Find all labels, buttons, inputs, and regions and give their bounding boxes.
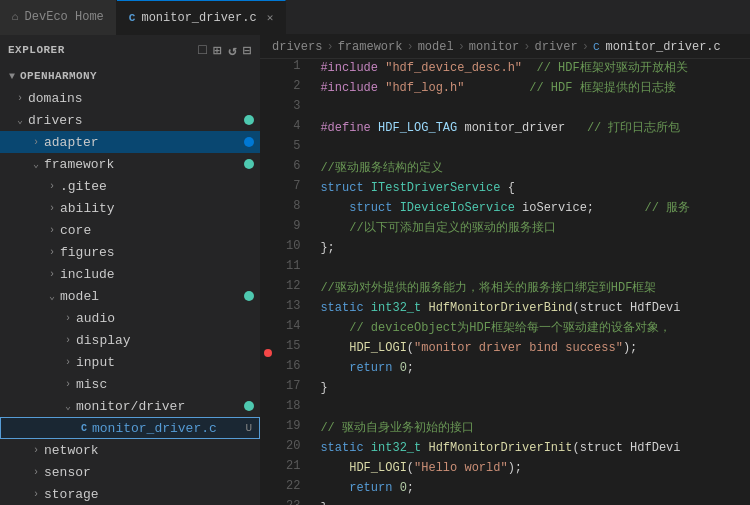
line-code-2: #include "hdf_log.h" // HDF 框架提供的日志接: [312, 79, 750, 99]
tree-item-audio[interactable]: › audio: [0, 307, 260, 329]
tree-item-framework[interactable]: ⌄ framework: [0, 153, 260, 175]
code-line-13: 13static int32_t HdfMonitorDriverBind(st…: [260, 299, 750, 319]
tree-item-network[interactable]: › network: [0, 439, 260, 461]
line-code-23: }: [312, 499, 750, 505]
section-arrow: ▼: [4, 71, 20, 82]
code-table: 1#include "hdf_device_desc.h" // HDF框架对驱…: [260, 59, 750, 505]
line-gutter-13: [260, 299, 278, 319]
tree-item-display[interactable]: › display: [0, 329, 260, 351]
tab-deveco-label: DevEco Home: [25, 10, 104, 24]
u-badge: U: [245, 422, 252, 434]
model-dot: [244, 291, 254, 301]
tree-item-include[interactable]: › include: [0, 263, 260, 285]
tree-item-core[interactable]: › core: [0, 219, 260, 241]
line-number-5: 5: [278, 139, 312, 159]
line-number-18: 18: [278, 399, 312, 419]
tree-item-sensor[interactable]: › sensor: [0, 461, 260, 483]
deveco-icon: ⌂: [12, 11, 19, 23]
tab-close-button[interactable]: ✕: [267, 11, 274, 24]
line-code-7: struct ITestDriverService {: [312, 179, 750, 199]
code-line-22: 22 return 0;: [260, 479, 750, 499]
line-number-10: 10: [278, 239, 312, 259]
code-line-11: 11: [260, 259, 750, 279]
sensor-arrow: ›: [28, 467, 44, 478]
tree-item-storage[interactable]: › storage: [0, 483, 260, 505]
refresh-icon[interactable]: ↺: [228, 42, 237, 59]
collapse-icon[interactable]: ⊟: [243, 42, 252, 59]
line-code-5: [312, 139, 750, 159]
line-code-18: [312, 399, 750, 419]
line-code-8: struct IDeviceIoService ioService; // 服务: [312, 199, 750, 219]
c-file-icon: C: [129, 12, 136, 24]
include-arrow: ›: [44, 269, 60, 280]
tree-item-misc[interactable]: › misc: [0, 373, 260, 395]
tree-item-adapter[interactable]: › adapter: [0, 131, 260, 153]
line-gutter-20: [260, 439, 278, 459]
breadcrumb-drivers: drivers: [272, 40, 322, 54]
framework-dot: [244, 159, 254, 169]
drivers-label: drivers: [28, 113, 244, 128]
figures-label: figures: [60, 245, 260, 260]
line-number-15: 15: [278, 339, 312, 359]
tab-bar: ⌂ DevEco Home C monitor_driver.c ✕: [0, 0, 750, 35]
framework-label: framework: [44, 157, 244, 172]
line-gutter-3: [260, 99, 278, 119]
domains-label: domains: [28, 91, 260, 106]
adapter-label: adapter: [44, 135, 244, 150]
line-code-22: return 0;: [312, 479, 750, 499]
tree-item-input[interactable]: › input: [0, 351, 260, 373]
line-gutter-15: [260, 339, 278, 359]
tree-item-domains[interactable]: › domains: [0, 87, 260, 109]
line-code-12: //驱动对外提供的服务能力，将相关的服务接口绑定到HDF框架: [312, 279, 750, 299]
line-gutter-14: [260, 319, 278, 339]
line-gutter-6: [260, 159, 278, 179]
line-code-10: };: [312, 239, 750, 259]
new-folder-icon[interactable]: ⊞: [213, 42, 222, 59]
sidebar-tree: ▼ OPENHARMONY › domains ⌄ drivers › adap…: [0, 65, 260, 505]
breadcrumb-filename: monitor_driver.c: [606, 40, 721, 54]
line-gutter-11: [260, 259, 278, 279]
line-gutter-1: [260, 59, 278, 79]
line-gutter-10: [260, 239, 278, 259]
ability-arrow: ›: [44, 203, 60, 214]
sidebar: EXPLORER □ ⊞ ↺ ⊟ ▼ OPENHARMONY › domains…: [0, 35, 260, 505]
line-number-6: 6: [278, 159, 312, 179]
line-code-17: }: [312, 379, 750, 399]
openharmony-section[interactable]: ▼ OPENHARMONY: [0, 65, 260, 87]
line-number-23: 23: [278, 499, 312, 505]
tree-item-monitor[interactable]: ⌄ monitor/driver: [0, 395, 260, 417]
figures-arrow: ›: [44, 247, 60, 258]
tree-item-ability[interactable]: › ability: [0, 197, 260, 219]
new-file-icon[interactable]: □: [198, 42, 207, 59]
line-gutter-9: [260, 219, 278, 239]
line-code-16: return 0;: [312, 359, 750, 379]
adapter-dot: [244, 137, 254, 147]
line-number-21: 21: [278, 459, 312, 479]
misc-arrow: ›: [60, 379, 76, 390]
line-code-14: // deviceObject为HDF框架给每一个驱动建的设备对象，: [312, 319, 750, 339]
code-line-17: 17}: [260, 379, 750, 399]
line-gutter-7: [260, 179, 278, 199]
display-arrow: ›: [60, 335, 76, 346]
drivers-dot: [244, 115, 254, 125]
misc-label: misc: [76, 377, 260, 392]
code-line-18: 18: [260, 399, 750, 419]
code-editor[interactable]: 1#include "hdf_device_desc.h" // HDF框架对驱…: [260, 59, 750, 505]
line-gutter-18: [260, 399, 278, 419]
explorer-title: EXPLORER: [8, 44, 65, 56]
tab-deveco[interactable]: ⌂ DevEco Home: [0, 0, 117, 35]
line-gutter-12: [260, 279, 278, 299]
tab-monitor[interactable]: C monitor_driver.c ✕: [117, 0, 286, 35]
line-number-20: 20: [278, 439, 312, 459]
tree-item-drivers[interactable]: ⌄ drivers: [0, 109, 260, 131]
line-gutter-2: [260, 79, 278, 99]
tree-item-model[interactable]: ⌄ model: [0, 285, 260, 307]
code-line-9: 9 //以下可添加自定义的驱动的服务接口: [260, 219, 750, 239]
line-gutter-23: [260, 499, 278, 505]
tree-item-monitor-driver-c[interactable]: C monitor_driver.c U: [0, 417, 260, 439]
tree-item-gitee[interactable]: › .gitee: [0, 175, 260, 197]
code-line-4: 4#define HDF_LOG_TAG monitor_driver // 打…: [260, 119, 750, 139]
section-label: OPENHARMONY: [20, 70, 260, 82]
code-line-16: 16 return 0;: [260, 359, 750, 379]
tree-item-figures[interactable]: › figures: [0, 241, 260, 263]
